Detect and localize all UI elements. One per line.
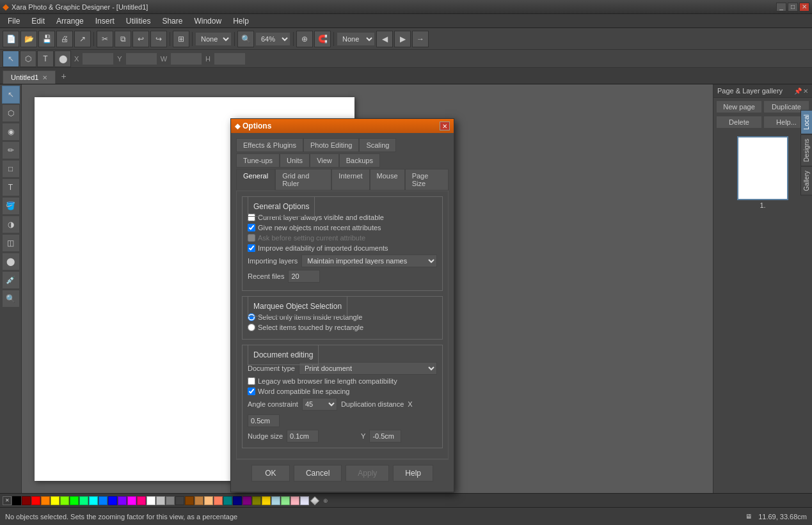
importing-layers-select[interactable]: Maintain imported layers names Merge int… [301,255,437,267]
color-dark-red[interactable] [22,496,31,505]
text-tool[interactable]: T [2,178,20,196]
transparency-tool[interactable]: ◑ [2,215,20,233]
color-violet[interactable] [118,496,127,505]
ok-button[interactable]: OK [251,465,290,482]
close-button[interactable]: ✕ [799,3,809,12]
color-yellow[interactable] [51,496,60,505]
color-pink[interactable] [137,496,146,505]
select-tool[interactable]: ↖ [3,51,19,67]
color-black[interactable] [12,496,21,505]
tab-backups[interactable]: Backups [339,153,380,168]
coord-x-input[interactable] [82,52,114,65]
side-tab-gallery[interactable]: Gallery [800,166,812,196]
tab-grid-ruler[interactable]: Grid and Ruler [275,169,331,191]
tab-tune-ups[interactable]: Tune-ups [236,153,280,168]
color-ltblue[interactable] [271,496,280,505]
color-brown[interactable] [185,496,194,505]
color-darkgray[interactable] [175,496,184,505]
zoom-out-button[interactable]: 🔍 [237,31,254,47]
angle-select[interactable]: 4515306090 [302,398,337,411]
freehand-tool[interactable]: ✏ [2,141,20,159]
color-blue[interactable] [108,496,117,505]
tab-general[interactable]: General [236,169,275,191]
menu-help[interactable]: Help [228,15,254,27]
text-tool-tb[interactable]: T [37,51,54,67]
tab-scaling[interactable]: Scaling [359,138,396,152]
menu-edit[interactable]: Edit [26,15,50,27]
tab-untitled1[interactable]: Untitled1 ✕ [3,70,56,84]
print-button[interactable]: 🖨 [56,31,73,47]
save-button[interactable]: 💾 [38,31,55,47]
prev-button[interactable]: ◀ [376,31,393,47]
eyedropper-tool[interactable]: 💉 [2,271,20,289]
side-tab-designs[interactable]: Designs [800,134,812,166]
color-picker-icon[interactable]: ⊕ [323,498,328,504]
color-tan[interactable] [195,496,203,505]
color-navy[interactable] [233,496,242,505]
open-button[interactable]: 📂 [20,31,37,47]
copy-button[interactable]: ⧉ [115,31,131,47]
tab-view[interactable]: View [310,153,339,168]
minimize-button[interactable]: _ [776,3,786,12]
tab-add-button[interactable]: + [56,68,71,84]
cb-ask-before[interactable] [248,234,255,242]
color-green[interactable] [70,496,79,505]
dup-x-input[interactable] [248,414,280,427]
export-button[interactable]: ↗ [74,31,91,47]
color-gray[interactable] [166,496,175,505]
color-mint[interactable] [79,496,88,505]
next-button[interactable]: ▶ [394,31,411,47]
color-silver[interactable] [156,496,165,505]
no-color-swatch[interactable]: ✕ [3,496,12,505]
color-purple[interactable] [243,496,251,505]
dup-y-input[interactable] [369,430,401,443]
menu-arrange[interactable]: Arrange [51,15,89,27]
color-orange[interactable] [41,496,50,505]
doc-type-select[interactable]: Print document Web document Presentation [299,362,437,375]
color-red[interactable] [31,496,40,505]
shape-tool[interactable]: ⬤ [54,51,71,67]
tab-page-size[interactable]: Page Size [405,169,449,191]
snap-button[interactable]: ⊕ [296,31,313,47]
menu-window[interactable]: Window [189,15,227,27]
color-white[interactable] [147,496,155,505]
cb-word[interactable] [248,388,255,395]
tab-close-icon[interactable]: ✕ [42,74,47,81]
arrow-button[interactable]: → [412,31,429,47]
cut-button[interactable]: ✂ [97,31,113,47]
snap2-button[interactable]: 🧲 [314,31,331,47]
menu-utilities[interactable]: Utilities [121,15,156,27]
panel-pin-icon[interactable]: 📌 [794,88,802,95]
side-tab-local[interactable]: Local [800,110,812,134]
width-input[interactable] [170,52,202,65]
new-page-button[interactable]: New page [716,100,762,113]
page-thumbnail[interactable] [737,136,788,200]
apply-button[interactable]: Apply [346,465,389,482]
maximize-button[interactable]: □ [788,3,798,12]
shadow-tool[interactable]: ◫ [2,234,20,252]
node-edit-tool[interactable]: ⬡ [2,104,20,122]
help-button[interactable]: Help [393,465,433,482]
color-ltpink[interactable] [291,496,299,505]
zoom-combo[interactable]: 64% [255,32,291,46]
color-teal[interactable] [223,496,232,505]
recent-files-input[interactable] [288,270,320,283]
tab-mouse[interactable]: Mouse [370,169,405,191]
color-peach[interactable] [204,496,213,505]
panel-close-icon[interactable]: ✕ [803,88,808,95]
menu-share[interactable]: Share [157,15,187,27]
color-sky[interactable] [99,496,107,505]
color-olive[interactable] [252,496,261,505]
fill-combo[interactable]: None [195,32,232,46]
new-button[interactable]: 📄 [3,31,19,47]
blend-tool[interactable]: ⬤ [2,253,20,270]
undo-button[interactable]: ↩ [132,31,149,47]
tab-photo-editing[interactable]: Photo Editing [303,138,359,152]
color-ltgreen[interactable] [281,496,290,505]
menu-insert[interactable]: Insert [90,15,120,27]
color-magenta[interactable] [127,496,136,505]
tab-internet[interactable]: Internet [331,169,369,191]
color-coral[interactable] [214,496,223,505]
redo-button[interactable]: ↪ [150,31,167,47]
layer-combo[interactable]: None [337,32,375,46]
